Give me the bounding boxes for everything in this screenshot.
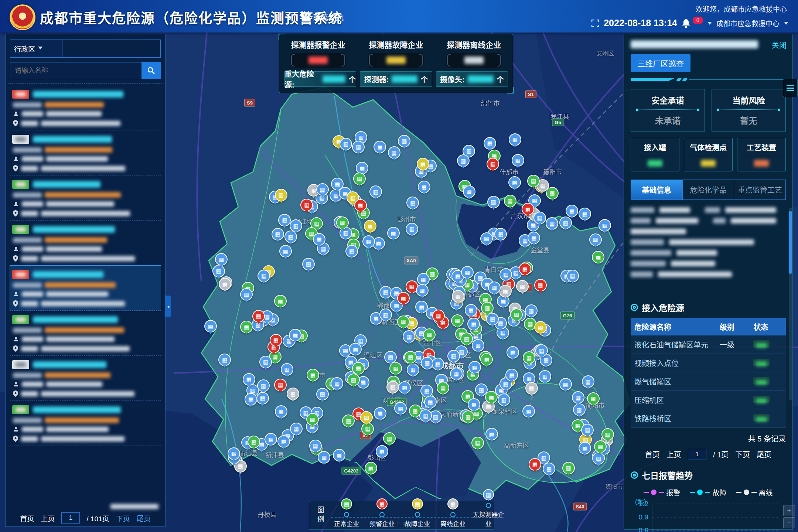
enterprise-map-pin[interactable]: ▦ [451,314,464,327]
enterprise-map-pin[interactable]: ▦ [519,263,531,275]
enterprise-map-pin[interactable]: ▦ [289,329,301,341]
enterprise-map-pin[interactable]: ▦ [512,154,524,167]
table-row[interactable]: 铁路栈桥区 [631,409,786,427]
enterprise-map-pin[interactable]: ▦ [525,304,538,317]
enterprise-map-pin[interactable]: ▦ [274,379,287,391]
enterprise-map-pin[interactable]: ▦ [485,391,498,403]
enterprise-map-pin[interactable]: ▦ [415,301,428,313]
enterprise-map-pin[interactable]: ▦ [218,354,231,366]
enterprise-map-pin[interactable]: ▦ [386,381,399,393]
legend-item-报警[interactable]: 报警 [644,487,680,497]
enterprise-map-pin[interactable]: ▦ [256,392,269,405]
enterprise-map-pin[interactable]: ▦ [270,334,282,347]
first-page-button[interactable]: 首页 [20,513,34,523]
enterprise-map-pin[interactable]: ▦ [347,374,360,386]
enterprise-map-pin[interactable]: ▦ [566,205,578,217]
enterprise-map-pin[interactable]: ▦ [277,435,290,448]
table-row[interactable]: 液化石油气储罐区单元一级 [631,335,786,354]
scrollbar-thumb[interactable] [789,211,792,274]
enterprise-map-pin[interactable]: ▦ [281,363,293,376]
enterprise-map-pin[interactable]: ▦ [527,175,540,187]
enterprise-map-pin[interactable]: ▦ [465,304,477,317]
enterprise-map-pin[interactable]: ▦ [274,295,287,307]
enterprise-map-pin[interactable]: ▦ [302,258,315,270]
region-select[interactable]: 行政区 [10,40,62,57]
enterprise-map-pin[interactable]: ▦ [582,375,594,388]
enterprise-map-pin[interactable]: ▦ [309,440,322,452]
enterprise-map-pin[interactable]: ▦ [587,392,600,405]
enterprise-map-pin[interactable]: ▦ [403,330,415,343]
enterprise-map-pin[interactable]: ▦ [376,445,388,458]
enterprise-map-pin[interactable]: ▦ [504,195,516,207]
panel-expand-button[interactable] [783,79,798,97]
scrollbar-track[interactable] [789,208,792,400]
legend-item-离线[interactable]: 离线 [736,487,773,497]
enterprise-map-pin[interactable]: ▦ [463,185,475,198]
bell-icon[interactable] [682,18,690,28]
list-item[interactable] [10,85,161,130]
enterprise-map-pin[interactable]: ▦ [215,253,228,266]
close-button[interactable]: 关闭 [772,40,787,50]
enterprise-map-pin[interactable]: ▦ [487,158,499,170]
enterprise-map-pin[interactable]: ▦ [398,381,411,394]
enterprise-map-pin[interactable]: ▦ [374,141,386,153]
org-dropdown[interactable]: 成都市应急救援中心 [716,18,780,28]
list-item[interactable] [10,130,161,175]
tab-1[interactable]: 基础信息 [631,180,683,200]
list-item[interactable] [10,356,161,401]
enterprise-map-pin[interactable]: ▦ [546,217,558,230]
enterprise-map-pin[interactable]: ▦ [278,214,291,226]
enterprise-map-pin[interactable]: ▦ [528,232,540,244]
enterprise-map-pin[interactable]: ▦ [416,284,429,297]
enterprise-map-pin[interactable]: ▦ [258,270,270,282]
page-input[interactable] [61,512,80,524]
nav-system-menu[interactable]: 系统导航 [302,11,344,22]
first-page-button[interactable]: 首页 [645,449,660,460]
enterprise-map-pin[interactable]: ▦ [421,357,433,369]
enterprise-map-pin[interactable]: ▦ [484,137,496,150]
enterprise-map-pin[interactable]: ▦ [259,356,272,368]
list-item[interactable] [10,221,161,266]
enterprise-map-pin[interactable]: ▦ [535,344,548,357]
enterprise-map-pin[interactable]: ▦ [572,391,584,404]
enterprise-map-pin[interactable]: ▦ [252,310,265,323]
enterprise-map-pin[interactable]: ▦ [529,458,541,471]
enterprise-map-pin[interactable]: ▦ [418,181,430,193]
zoom-out-button[interactable]: − [783,517,795,528]
enterprise-map-pin[interactable]: ▦ [498,393,510,406]
enterprise-map-pin[interactable]: ▦ [468,398,480,411]
enterprise-map-pin[interactable]: ▦ [383,432,396,445]
enterprise-map-pin[interactable]: ▦ [336,216,349,229]
enterprise-map-pin[interactable]: ▦ [318,451,330,464]
enterprise-map-pin[interactable]: ▦ [352,141,365,153]
table-row[interactable]: 燃气储罐区 [631,372,786,391]
list-item[interactable] [10,401,161,446]
enterprise-map-pin[interactable]: ▦ [306,413,319,426]
enterprise-map-pin[interactable]: ▦ [279,245,292,258]
enterprise-map-pin[interactable]: ▦ [316,388,329,400]
enterprise-map-pin[interactable]: ▦ [534,321,547,334]
enterprise-map-pin[interactable]: ▦ [601,428,614,441]
enterprise-map-pin[interactable]: ▦ [480,232,493,245]
enterprise-map-pin[interactable]: ▦ [240,321,253,333]
tab-3[interactable]: 重点监管工艺 [734,180,785,200]
enterprise-map-pin[interactable]: ▦ [245,393,257,406]
table-row[interactable]: 视频接入点位 [631,354,786,372]
enterprise-map-pin[interactable]: ▦ [384,351,397,364]
enterprise-map-pin[interactable]: ▦ [420,385,433,397]
sidebar-collapse-button[interactable]: ◂ [165,296,171,317]
list-item[interactable] [10,266,161,311]
enterprise-map-pin[interactable]: ▦ [447,350,460,362]
enterprise-map-pin[interactable]: ▦ [417,158,429,170]
enterprise-map-pin[interactable]: ▦ [265,433,277,446]
enterprise-map-pin[interactable]: ▦ [559,378,572,391]
enterprise-map-pin[interactable]: ▦ [592,251,604,263]
enterprise-map-pin[interactable]: ▦ [417,273,430,286]
enterprise-map-pin[interactable]: ▦ [494,228,507,241]
enterprise-map-pin[interactable]: ▦ [525,382,538,395]
table-row[interactable]: 压缩机区 [631,391,786,409]
enterprise-map-pin[interactable]: ▦ [316,183,329,196]
enterprise-map-pin[interactable]: ▦ [353,173,366,185]
enterprise-map-pin[interactable]: ▦ [204,320,217,332]
enterprise-map-pin[interactable]: ▦ [219,278,231,290]
